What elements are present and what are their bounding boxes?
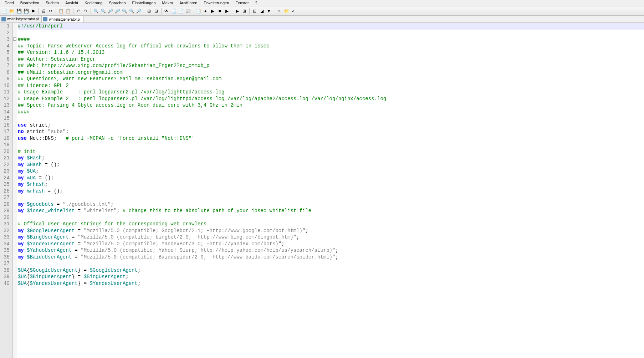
menu-einstellungen[interactable]: Einstellungen — [129, 0, 159, 6]
toolbar-btn-19[interactable]: ⊟ — [153, 8, 159, 14]
toolbar-btn-6[interactable]: ✂ — [47, 8, 54, 14]
toolbar-btn-28[interactable]: ▶ — [224, 8, 230, 14]
toolbar-btn-29[interactable]: ▶ — [234, 8, 240, 14]
code-line[interactable]: my $iosec_whitelist = "whitelist"; # cha… — [18, 208, 644, 214]
toolbar-btn-34[interactable]: ≡ — [276, 8, 282, 14]
tab-0[interactable]: whitelistgenerator.pl — [0, 16, 42, 22]
toolbar-btn-4[interactable]: ✖ — [30, 8, 36, 14]
toolbar-btn-26[interactable]: ▶ — [209, 8, 216, 14]
code-line[interactable]: # init — [18, 148, 644, 155]
code-line[interactable]: my $goodbots = "./goodbots.txt"; — [18, 201, 644, 208]
toolbar-btn-7[interactable]: 📋 — [58, 8, 64, 14]
code-line[interactable]: # Usage Example : perl logparser2.pl /va… — [18, 89, 644, 96]
code-line[interactable] — [18, 30, 644, 36]
toolbar-btn-2[interactable]: 💾 — [16, 8, 22, 14]
menu-?[interactable]: ? — [252, 0, 261, 6]
code-line[interactable]: my $BaiduUserAgent = "Mozilla/5.0 (compa… — [18, 254, 644, 261]
token-var — [24, 188, 27, 194]
code-line[interactable]: my $UA; — [18, 168, 644, 175]
code-line[interactable] — [18, 260, 644, 267]
code-line[interactable]: my $BingUserAgent = "Mozilla/5.0 (compat… — [18, 234, 644, 241]
code-line[interactable] — [18, 194, 644, 201]
code-line[interactable]: ## Questions?, Want new Features? Mail m… — [18, 76, 644, 82]
code-line[interactable]: my $YahooUserAgent = "Mozilla/5.0 (compa… — [18, 247, 644, 254]
code-line[interactable]: ## Author: Sebastian Enger — [18, 56, 644, 63]
toolbar-btn-32[interactable]: ◢ — [259, 8, 265, 14]
code-line[interactable]: # Usage Example 2 : perl logparser2.pl /… — [18, 96, 644, 102]
code-line[interactable]: no strict "subs"; — [18, 128, 644, 135]
toolbar-btn-11[interactable]: 🔍 — [93, 8, 99, 14]
menu-bearbeiten[interactable]: Bearbeiten — [17, 0, 42, 6]
fold-column[interactable]: − — [13, 23, 17, 358]
fold-toggle[interactable]: − — [13, 37, 16, 41]
menu-ausführen[interactable]: Ausführen — [176, 0, 200, 6]
toolbar-btn-17[interactable]: 🔎 — [136, 8, 142, 14]
line-number: 35 — [4, 247, 10, 254]
toolbar-btn-23[interactable]: 📰 — [185, 8, 191, 14]
toolbar-btn-27[interactable]: ■ — [216, 8, 223, 14]
toolbar-btn-25[interactable]: ● — [202, 8, 209, 14]
toolbar-btn-1[interactable]: 📂 — [9, 8, 15, 14]
code-line[interactable]: # Offical User Agent strings for the cor… — [18, 221, 644, 227]
code-line[interactable]: ## Web: https://www.xing.com/profile/Seb… — [18, 62, 644, 69]
toolbar-btn-22[interactable]: 📄 — [178, 8, 184, 14]
code-line[interactable] — [18, 214, 644, 221]
code-line[interactable]: ## Topic: Parse Webserver Access log for… — [18, 43, 644, 50]
menu-erweiterungen[interactable]: Erweiterungen — [200, 0, 232, 6]
toolbar-btn-9[interactable]: ↶ — [75, 8, 82, 14]
menu-makro[interactable]: Makro — [159, 0, 177, 6]
toolbar-btn-12[interactable]: 🔍 — [100, 8, 106, 14]
menu-sprachen[interactable]: Sprachen — [106, 0, 129, 6]
code-line[interactable]: $UA{$BingUserAgent} = $BingUserAgent; — [18, 273, 644, 280]
toolbar-btn-30[interactable]: ⊞ — [241, 8, 247, 14]
code-line[interactable] — [18, 115, 644, 122]
code-line[interactable]: my $Hash; — [18, 155, 644, 162]
code-line[interactable] — [18, 142, 644, 148]
tab-1[interactable]: whitelistgenerator.pl — [42, 16, 83, 22]
code-line[interactable]: use strict; — [18, 122, 644, 129]
code-line[interactable]: my $rhash; — [18, 181, 644, 188]
code-area[interactable]: #!/usr/bin/perl ###### Topic: Parse Webs… — [17, 23, 644, 358]
toolbar-btn-10[interactable]: ↷ — [82, 8, 89, 14]
toolbar-btn-13[interactable]: 🔎 — [107, 8, 113, 14]
toolbar-btn-8[interactable]: 📋 — [65, 8, 71, 14]
code-line[interactable]: ## Version: 1.1.6 / 15.4.2013 — [18, 49, 644, 56]
code-line[interactable]: ## eMail: sebastian.enger@gmail.com — [18, 69, 644, 76]
code-line[interactable]: $UA{$GoogleUserAgent} = $GoogleUserAgent… — [18, 267, 644, 274]
code-line[interactable]: ## Speed: Parsing 4 Gbyte access.log on … — [18, 102, 644, 109]
token-punct: ; — [42, 155, 45, 161]
menu-fenster[interactable]: Fenster — [232, 0, 252, 6]
toolbar-btn-5[interactable]: 🖨 — [40, 8, 47, 14]
menu-ansicht[interactable]: Ansicht — [62, 0, 81, 6]
toolbar-btn-18[interactable]: ⊞ — [146, 8, 152, 14]
toolbar-btn-0[interactable]: 📄 — [1, 8, 8, 14]
code-line[interactable]: #!/usr/bin/perl — [18, 23, 644, 30]
code-editor[interactable]: 1234567891011121314151617181920212223242… — [0, 23, 644, 358]
code-line[interactable]: #### — [18, 109, 644, 116]
toolbar-btn-31[interactable]: ⊟ — [251, 8, 258, 14]
code-line[interactable]: my %Hash = (); — [18, 162, 644, 168]
code-line[interactable]: my $GoogleUserAgent = "Mozilla/5.0 (comp… — [18, 227, 644, 234]
toolbar-btn-16[interactable]: 🔍 — [128, 8, 135, 14]
toolbar-btn-15[interactable]: 🔍 — [121, 8, 128, 14]
menu-kodierung[interactable]: Kodierung — [81, 0, 106, 6]
code-line[interactable]: $UA{$YandexUserAgent} = $YandexUserAgent… — [18, 280, 644, 287]
toolbar-btn-24[interactable]: 📑 — [195, 8, 201, 14]
code-line[interactable]: #### — [18, 36, 644, 43]
menu-suchen[interactable]: Suchen — [42, 0, 62, 6]
code-line[interactable]: use Net::DNS; # perl -MCPAN -e 'force in… — [18, 135, 644, 142]
toolbar-btn-21[interactable]: 📃 — [170, 8, 177, 14]
token-string: "Mozilla/5.0 (compatible; YandexBot/3.0;… — [84, 241, 282, 247]
toolbar-btn-20[interactable]: 👁 — [163, 8, 170, 14]
code-line[interactable]: my %rhash = (); — [18, 188, 644, 195]
toolbar-btn-36[interactable]: ✓ — [290, 8, 297, 14]
toolbar-btn-14[interactable]: 🔎 — [114, 8, 121, 14]
menu-datei[interactable]: Datei — [1, 0, 17, 6]
code-line[interactable]: ## Licence: GPL 2 — [18, 82, 644, 89]
toolbar-btn-35[interactable]: 📁 — [283, 8, 290, 14]
code-line[interactable]: my $YandexUserAgent = "Mozilla/5.0 (comp… — [18, 241, 644, 247]
code-line[interactable]: my %UA = (); — [18, 175, 644, 181]
toolbar-btn-33[interactable]: ▼ — [266, 8, 272, 14]
token-keyword: my — [18, 181, 24, 187]
toolbar-btn-3[interactable]: 💾 — [23, 8, 29, 14]
